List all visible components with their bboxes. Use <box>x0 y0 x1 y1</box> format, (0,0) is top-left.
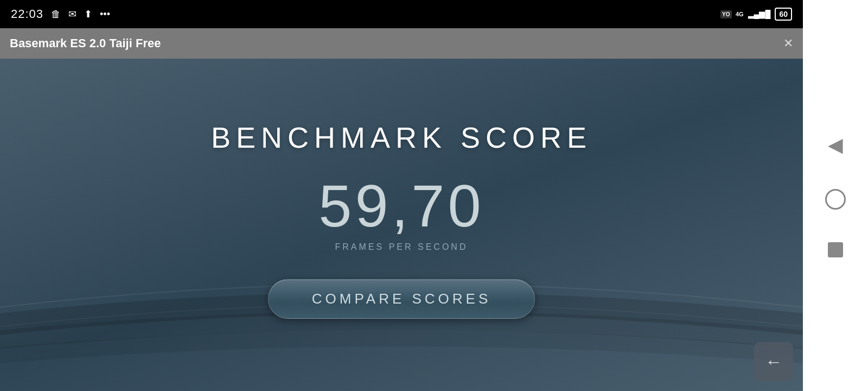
message-icon: ✉ <box>68 8 76 20</box>
back-triangle-icon: ◀ <box>828 134 843 156</box>
status-left: 22:03 🗑 ✉ ⬆ ••• <box>11 7 110 21</box>
recents-square-icon <box>828 242 843 257</box>
compare-scores-button[interactable]: COMPARE SCORES <box>268 279 535 319</box>
home-nav-button[interactable] <box>825 189 846 210</box>
phone-screen: 22:03 🗑 ✉ ⬆ ••• YO 4G ▂▄▆█ 60 Basemark E… <box>0 0 803 391</box>
fps-label: FRAMES PER SECOND <box>335 242 468 252</box>
battery-indicator: 60 <box>775 8 792 21</box>
app-title: Basemark ES 2.0 Taiji Free <box>10 36 161 51</box>
benchmark-content: BENCHMARK SCORE 59,70 FRAMES PER SECOND … <box>0 121 803 330</box>
upload-icon: ⬆ <box>84 8 92 20</box>
status-right: YO 4G ▂▄▆█ 60 <box>720 8 792 21</box>
more-icon: ••• <box>100 9 110 20</box>
compare-scores-label: COMPARE SCORES <box>312 291 492 307</box>
recents-nav-button[interactable] <box>828 242 843 257</box>
delete-icon: 🗑 <box>51 9 61 20</box>
close-button[interactable]: ✕ <box>783 36 793 51</box>
right-navigation-panel: ◀ <box>803 0 868 391</box>
status-bar: 22:03 🗑 ✉ ⬆ ••• YO 4G ▂▄▆█ 60 <box>0 0 803 28</box>
title-bar: Basemark ES 2.0 Taiji Free ✕ <box>0 28 803 59</box>
time-display: 22:03 <box>11 7 43 21</box>
benchmark-area: BENCHMARK SCORE 59,70 FRAMES PER SECOND … <box>0 59 803 391</box>
back-nav-button[interactable]: ◀ <box>828 134 843 156</box>
back-button[interactable]: ← <box>754 342 793 381</box>
benchmark-heading: BENCHMARK SCORE <box>211 121 592 154</box>
home-circle-icon <box>825 189 846 210</box>
signal-bars: ▂▄▆█ <box>748 10 771 18</box>
back-arrow-icon: ← <box>765 352 782 372</box>
score-value: 59,70 <box>318 176 484 236</box>
lte-indicator: YO 4G <box>720 10 743 18</box>
